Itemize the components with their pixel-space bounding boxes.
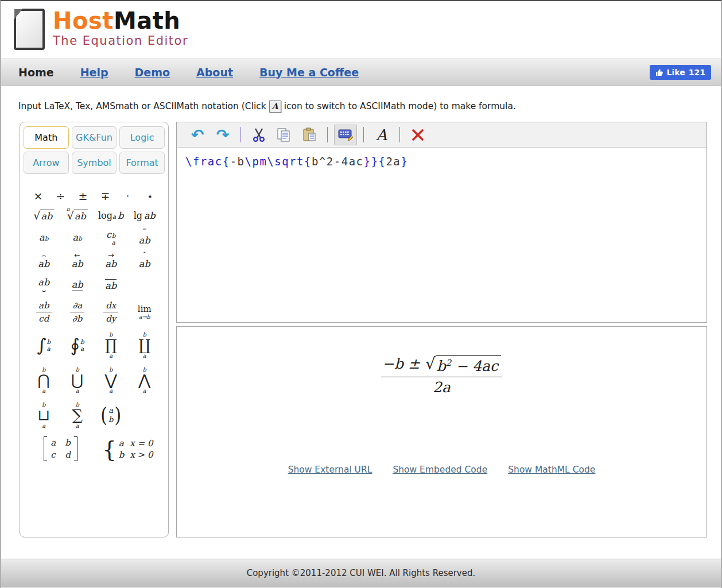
paste-icon — [301, 127, 317, 142]
instruction-text: Input LaTeX, Tex, AMSmath or ASCIIMath n… — [18, 100, 721, 113]
palette-item[interactable]: ab — [73, 232, 82, 243]
link-show-mathml-code[interactable]: Show MathML Code — [508, 465, 595, 475]
palette-item[interactable]: abcd — [36, 300, 52, 324]
radicand-base: b — [437, 358, 446, 374]
nav-item-demo[interactable]: Demo — [135, 66, 170, 79]
palette-item[interactable]: ab — [72, 279, 83, 291]
palette-item[interactable]: lima→b — [138, 305, 152, 320]
instruction-after: icon to switch to ASCIIMath mode) to mak… — [284, 101, 516, 111]
editor-panel: ↶ ↷ A — [176, 122, 707, 323]
nav-links: HomeHelpDemoAboutBuy Me a Coffee — [18, 66, 385, 79]
header: HostMath The Equation Editor — [1, 1, 721, 59]
palette-row: ababcba˜ab — [27, 229, 161, 246]
palette-item[interactable]: b⋀a — [138, 366, 150, 394]
palette-row: abcd∂a∂bdxdylima→b — [27, 300, 161, 324]
palette-item[interactable]: ∫ba — [37, 336, 51, 354]
cut-button[interactable] — [247, 125, 270, 145]
tab-gk-fun[interactable]: GK&Fun — [72, 126, 117, 149]
palette-item[interactable]: ± — [79, 189, 88, 202]
undo-button[interactable]: ↶ — [186, 125, 209, 145]
palette-item[interactable]: ∮ba — [71, 336, 84, 354]
nav-item-buy-me-a-coffee[interactable]: Buy Me a Coffee — [259, 66, 359, 79]
palette-item[interactable]: b∐a — [138, 331, 150, 359]
hostmath-logo[interactable]: HostMath The Equation Editor — [14, 9, 188, 50]
main-content: MathGK&FunLogicArrowSymbolFormat ×÷±∓⋅⋆√… — [20, 122, 707, 537]
logo-document-shape — [14, 9, 45, 50]
clear-x-icon — [411, 128, 425, 142]
link-show-embeded-code[interactable]: Show Embeded Code — [393, 465, 487, 475]
palette-tabs: MathGK&FunLogicArrowSymbolFormat — [24, 126, 165, 174]
toolbar-separator — [399, 127, 400, 142]
palette-item[interactable]: b⊔a — [37, 401, 50, 429]
palette-item[interactable]: ˆab — [139, 253, 150, 269]
palette-item[interactable]: →ab — [105, 253, 117, 269]
palette-row: abcd{ax = 0bx > 0 — [27, 436, 161, 461]
palette-item[interactable]: ab — [39, 232, 48, 243]
palette-item[interactable]: ⌢ab — [38, 253, 49, 269]
palette-item[interactable]: ⌣ab — [38, 277, 49, 293]
palette-item[interactable]: n√ab — [67, 210, 88, 222]
tab-math[interactable]: Math — [24, 126, 69, 149]
nav-item-help[interactable]: Help — [80, 66, 108, 79]
radicand: b2 − 4ac — [436, 355, 501, 374]
copyright-text: Copyright ©2011-2012 CUI WEI. All Rights… — [247, 568, 476, 578]
palette-item[interactable]: × — [34, 189, 43, 202]
palette-item[interactable]: b⋂a — [38, 366, 50, 394]
palette-row: ⌣ababab — [27, 277, 161, 293]
palette-row: ×÷±∓⋅⋆ — [27, 189, 161, 202]
palette-rows: ×÷±∓⋅⋆√abn√ablogablgabababcba˜ab⌢ab←ab→a… — [24, 181, 165, 461]
palette-item[interactable]: ∓ — [101, 189, 110, 202]
ascii-mode-button[interactable]: A — [370, 125, 393, 145]
symbol-palette-panel: MathGK&FunLogicArrowSymbolFormat ×÷±∓⋅⋆√… — [20, 122, 169, 537]
copy-button[interactable] — [273, 125, 296, 145]
palette-item[interactable]: {ax = 0bx > 0 — [103, 438, 153, 460]
latex-input[interactable]: \frac{-b\pm\sqrt{b^2-4ac}}{2a} — [177, 148, 707, 314]
palette-item[interactable]: ∂a∂b — [70, 300, 84, 324]
like-count: 121 — [689, 68, 705, 77]
preview-panel: −b ± √ b2 − 4ac 2a Show External URLShow… — [176, 326, 707, 537]
palette-row: ∫ba∮bab∏ab∐a — [27, 331, 161, 359]
nav-bar: HomeHelpDemoAboutBuy Me a Coffee Like 12… — [1, 59, 721, 86]
virtual-keyboard-button[interactable] — [334, 125, 357, 145]
nav-item-home[interactable]: Home — [18, 66, 54, 79]
paste-button[interactable] — [298, 125, 321, 145]
site-title-host: Host — [53, 7, 114, 34]
palette-item[interactable]: b⋁a — [105, 366, 117, 394]
formula-lead: −b ± — [382, 355, 420, 372]
palette-item[interactable]: ←ab — [72, 253, 83, 269]
like-label: Like — [667, 68, 685, 77]
palette-item[interactable]: abcd — [44, 436, 77, 461]
rendered-formula: −b ± √ b2 − 4ac 2a — [177, 355, 707, 396]
palette-item[interactable]: cba — [106, 229, 116, 246]
palette-row: b⋂ab⋃ab⋁ab⋀a — [27, 366, 161, 394]
palette-item[interactable]: dxdy — [103, 300, 118, 324]
editor-toolbar: ↶ ↷ A — [177, 122, 707, 148]
palette-item[interactable]: ab — [105, 279, 117, 291]
palette-item[interactable]: (ab) — [100, 406, 121, 425]
tab-symbol[interactable]: Symbol — [72, 152, 117, 174]
page: HostMath The Equation Editor HomeHelpDem… — [0, 0, 722, 588]
clear-button[interactable] — [406, 125, 429, 145]
redo-button[interactable]: ↷ — [211, 125, 234, 145]
document-logo-icon — [14, 9, 45, 50]
palette-item[interactable]: b∏a — [105, 331, 117, 359]
palette-item[interactable]: √ab — [33, 210, 54, 222]
nav-item-about[interactable]: About — [196, 66, 233, 79]
copy-icon — [276, 127, 292, 142]
link-show-external-url[interactable]: Show External URL — [288, 465, 372, 475]
tab-format[interactable]: Format — [119, 152, 165, 174]
undo-icon: ↶ — [191, 127, 204, 142]
palette-item[interactable]: b∑a — [72, 401, 83, 429]
tab-logic[interactable]: Logic — [119, 126, 165, 149]
palette-row: b⊔ab∑a(ab) — [27, 401, 161, 429]
keyboard-icon — [338, 128, 354, 141]
palette-item[interactable]: ⋅ — [126, 189, 130, 202]
tab-arrow[interactable]: Arrow — [24, 152, 69, 174]
palette-item[interactable]: lgab — [134, 210, 156, 221]
palette-item[interactable]: b⋃a — [71, 366, 83, 394]
palette-item[interactable]: ÷ — [56, 189, 65, 202]
palette-item[interactable]: logab — [98, 210, 124, 221]
palette-item[interactable]: ˜ab — [139, 230, 150, 246]
palette-item[interactable]: ⋆ — [147, 189, 154, 202]
facebook-like-button[interactable]: Like 121 — [650, 65, 711, 80]
